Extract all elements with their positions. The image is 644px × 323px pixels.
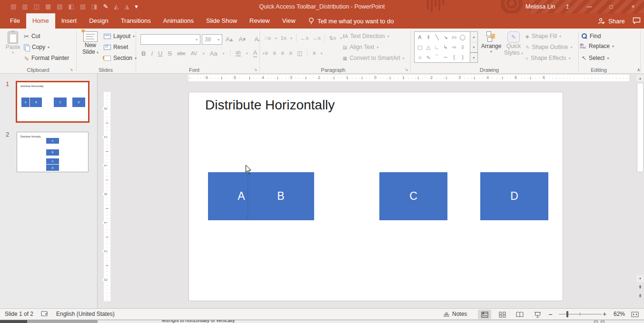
collapse-ribbon-button[interactable]: ∧ xyxy=(637,67,640,72)
slide-show-button[interactable] xyxy=(531,310,544,319)
tab-design[interactable]: Design xyxy=(83,13,114,29)
right-arrow-icon[interactable]: ⇨ xyxy=(450,42,458,52)
shape-fill-button[interactable]: ◆ Shape Fill ▾ xyxy=(525,32,561,40)
freeform-icon[interactable]: ⌂ xyxy=(416,52,424,62)
quick-styles-button[interactable]: ✎ Quick Styles ▾ xyxy=(504,31,524,56)
numbering-icon[interactable]: 1≡ xyxy=(280,35,287,41)
line-icon[interactable]: ╲ xyxy=(433,32,441,42)
scrollbar-down-button[interactable]: ▼ xyxy=(636,275,644,282)
numbering-caret[interactable]: ▾ xyxy=(290,36,292,40)
line-spacing-icon[interactable]: ⇅≡ xyxy=(329,35,337,41)
triangle-icon[interactable]: △ xyxy=(424,42,433,52)
underline-button[interactable]: U xyxy=(158,50,162,57)
scrollbar-thumb[interactable] xyxy=(637,83,644,172)
text-direction-button[interactable]: ‖A Text Direction ▾ xyxy=(343,32,389,40)
copy-caret[interactable]: ▾ xyxy=(48,45,50,49)
slide-sorter-view-button[interactable] xyxy=(495,310,509,319)
zoom-slider-track[interactable] xyxy=(559,314,602,314)
tab-animations[interactable]: Animations xyxy=(157,13,200,29)
clipboard-dialog-launcher[interactable]: ↘ xyxy=(69,67,73,72)
highlight-button[interactable]: ab xyxy=(236,50,241,57)
font-name-caret[interactable]: ▾ xyxy=(193,38,200,42)
share-button[interactable]: Share xyxy=(598,13,625,29)
rectangle-icon[interactable]: ▭ xyxy=(450,32,458,42)
character-spacing-button[interactable]: AV xyxy=(191,50,198,56)
tab-slide-show[interactable]: Slide Show xyxy=(200,13,243,29)
italic-button[interactable]: I xyxy=(151,50,153,57)
gallery-scroll-down[interactable]: ▼ xyxy=(470,42,477,52)
increase-indent-icon[interactable]: →≡ xyxy=(312,35,320,41)
shape-effects-button[interactable]: ◗ Shape Effects ▾ xyxy=(525,54,571,62)
tab-insert[interactable]: Insert xyxy=(55,13,83,29)
bold-button[interactable]: B xyxy=(141,50,146,57)
language-indicator[interactable]: English (United States) xyxy=(56,309,115,320)
left-brace-icon[interactable]: { xyxy=(450,52,458,62)
arc-icon[interactable]: ⌒ xyxy=(433,52,441,62)
font-name-combo[interactable]: ▾ xyxy=(140,34,200,45)
format-painter-button[interactable]: ✎ Format Painter xyxy=(24,54,69,62)
justify-icon[interactable]: ≡ xyxy=(289,50,292,57)
character-spacing-caret[interactable]: ▾ xyxy=(203,51,205,56)
ribbon-display-options-button[interactable]: ↥ xyxy=(556,0,578,13)
signed-in-user[interactable]: Melissa Lin xyxy=(525,0,555,13)
align-bottom-icon[interactable]: ▥ xyxy=(22,1,28,12)
curve-icon[interactable]: ∼ xyxy=(441,52,450,62)
decrease-font-size-button[interactable]: A▾ xyxy=(238,36,246,43)
scrollbar-up-button[interactable]: ▲ xyxy=(636,75,644,82)
tab-review[interactable]: Review xyxy=(243,13,276,29)
gallery-scroll-up[interactable]: ▲ xyxy=(470,32,477,42)
drawing-dialog-launcher[interactable]: ↘ xyxy=(488,67,492,72)
align-text-button[interactable]: ▤ Align Text ▾ xyxy=(343,43,378,51)
slide-canvas[interactable]: Distribute Horizontally A B C D xyxy=(188,92,563,301)
shape-outline-button[interactable]: ✎ Shape Outline ▾ xyxy=(525,43,572,51)
slide-indicator[interactable]: Slide 1 of 2 xyxy=(5,309,33,320)
text-shadow-button[interactable]: S xyxy=(168,50,172,57)
minimize-button[interactable]: — xyxy=(578,0,600,13)
paragraph-dialog-launcher[interactable]: ↘ xyxy=(405,67,408,72)
align-right-icon[interactable]: ≡ xyxy=(281,50,284,57)
align-top-icon[interactable]: ▤ xyxy=(10,1,16,12)
zoom-in-button[interactable]: + xyxy=(603,309,606,320)
convert-smartart-button[interactable]: ▦ Convert to SmartArt ▾ xyxy=(343,54,405,62)
notes-label[interactable]: Notes xyxy=(452,309,467,320)
decrease-indent-icon[interactable]: ←≡ xyxy=(300,35,308,41)
columns-caret[interactable]: ▾ xyxy=(320,51,322,56)
cut-button[interactable]: ✂ Cut xyxy=(24,32,40,40)
slide-thumbnail-1[interactable]: Distribute Horizontally A B C D xyxy=(16,81,89,123)
increase-font-size-button[interactable]: A▴ xyxy=(226,36,233,43)
next-slide-button[interactable]: ⇟ xyxy=(636,292,644,299)
columns-icon[interactable]: ≡ xyxy=(312,50,316,57)
bullets-icon[interactable]: ∷≡ xyxy=(265,35,271,41)
shape-d[interactable]: D xyxy=(480,172,548,220)
text-box-icon[interactable]: A xyxy=(416,32,424,42)
replace-button[interactable]: ab⇄ac Replace ▾ xyxy=(580,42,614,50)
align-right-edge-icon[interactable]: ◨ xyxy=(91,1,97,12)
zoom-out-button[interactable]: − xyxy=(548,309,553,320)
reading-view-button[interactable] xyxy=(513,310,526,319)
rotate-left-icon[interactable]: ◭ xyxy=(114,1,119,12)
customize-qat-icon[interactable]: ▾ xyxy=(135,1,138,12)
arrow-icon[interactable]: ↘ xyxy=(441,32,450,42)
find-button[interactable]: Find xyxy=(582,32,601,40)
shape-b[interactable]: B xyxy=(248,172,314,220)
tab-file[interactable]: File xyxy=(4,13,26,29)
format-painter-icon[interactable]: ✎ xyxy=(103,1,108,12)
align-left-icon[interactable]: ≡ xyxy=(265,50,268,57)
scribble-icon[interactable]: ∿ xyxy=(424,52,433,62)
zoom-level[interactable]: 62% xyxy=(614,309,625,320)
font-size-caret[interactable]: ▾ xyxy=(215,38,222,42)
distribute-text-icon[interactable]: ◫ xyxy=(297,50,302,57)
bullets-caret[interactable]: ▾ xyxy=(275,36,277,40)
right-brace-icon[interactable]: } xyxy=(458,52,467,62)
line-spacing-caret[interactable]: ▾ xyxy=(340,36,342,40)
maximize-button[interactable]: □ xyxy=(600,0,622,13)
tab-home[interactable]: Home xyxy=(26,13,55,29)
vertical-ruler[interactable]: 3210123 xyxy=(104,92,110,301)
tab-view[interactable]: View xyxy=(276,13,302,29)
strikethrough-button[interactable]: abc xyxy=(177,50,186,56)
arrange-button[interactable]: Arrange ▾ xyxy=(480,31,503,54)
replace-caret[interactable]: ▾ xyxy=(612,44,614,49)
font-color-caret[interactable]: ▾ xyxy=(262,51,264,56)
highlight-caret[interactable]: ▾ xyxy=(246,51,248,56)
rotate-right-icon[interactable]: ◮ xyxy=(124,1,129,12)
